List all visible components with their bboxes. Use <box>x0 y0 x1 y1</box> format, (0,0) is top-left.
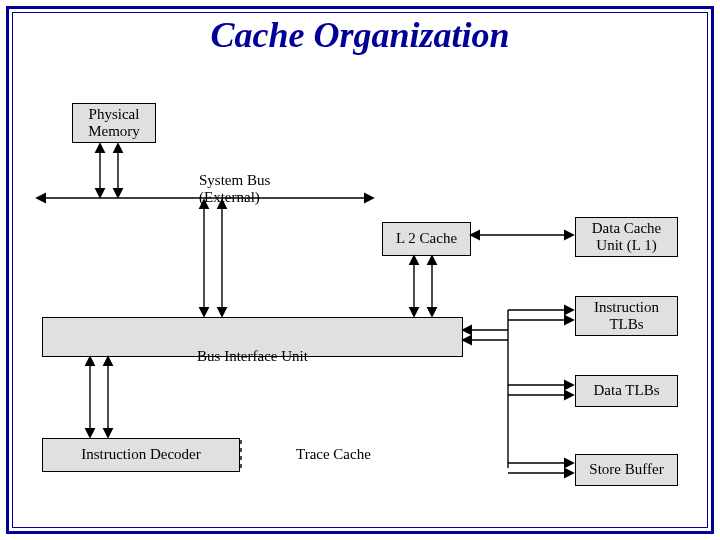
connectors <box>0 0 720 540</box>
